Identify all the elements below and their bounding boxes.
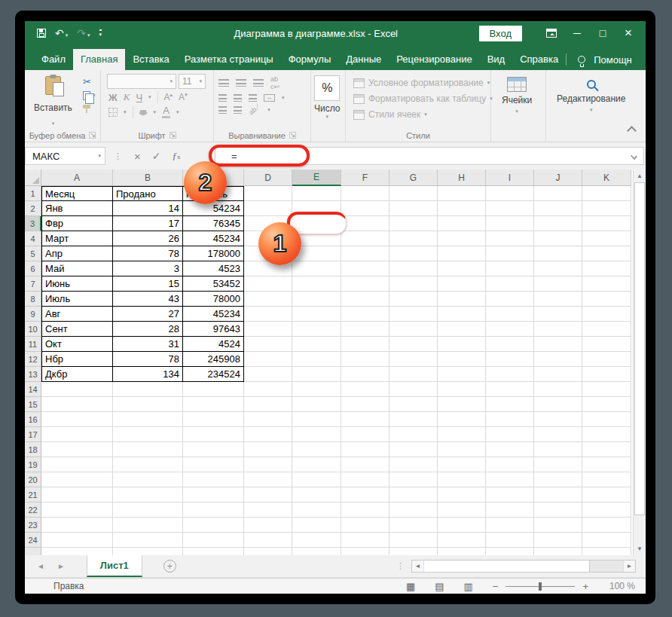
cell-H1[interactable] xyxy=(438,186,486,201)
cell-B1[interactable]: Продано xyxy=(113,186,183,201)
cell-K22[interactable] xyxy=(582,502,631,518)
cell-F23[interactable] xyxy=(341,518,389,533)
cell-D12[interactable] xyxy=(244,352,292,367)
cell-I17[interactable] xyxy=(486,427,534,442)
horizontal-scroll-track[interactable] xyxy=(590,560,623,572)
cell-G22[interactable] xyxy=(389,502,438,518)
cell-B11[interactable]: 31 xyxy=(113,337,183,352)
cell-B12[interactable]: 78 xyxy=(113,352,183,367)
vertical-scrollbar[interactable]: ▲ ▼ xyxy=(633,170,646,555)
cell-G7[interactable] xyxy=(389,276,438,292)
cell-I6[interactable] xyxy=(486,261,534,276)
cell-H11[interactable] xyxy=(438,337,486,352)
cell-A8[interactable]: Июль xyxy=(41,292,113,307)
cell-H13[interactable] xyxy=(438,367,486,382)
cell-F19[interactable] xyxy=(341,457,389,472)
close-button[interactable]: × xyxy=(615,23,641,43)
cell-K6[interactable] xyxy=(582,261,631,276)
cell-A2[interactable]: Янв xyxy=(41,201,113,216)
sheet-tab-list1[interactable]: Лист1 xyxy=(87,555,142,577)
row-header-8[interactable]: 8 xyxy=(25,292,41,307)
insert-function-icon[interactable]: ƒx xyxy=(173,150,181,162)
cell-A10[interactable]: Сент xyxy=(41,322,113,337)
cell-D21[interactable] xyxy=(244,487,292,502)
page-break-view-icon[interactable]: ▥ xyxy=(463,582,472,591)
expand-formula-bar-icon[interactable] xyxy=(631,153,637,160)
grow-font-button[interactable]: А▴ xyxy=(164,92,173,102)
cell-G13[interactable] xyxy=(389,367,438,382)
tab-Файл[interactable]: Файл xyxy=(34,49,73,70)
row-header-25[interactable] xyxy=(25,548,41,555)
cell-F5[interactable] xyxy=(341,246,389,261)
cell-G6[interactable] xyxy=(389,261,438,276)
row-header-16[interactable]: 16 xyxy=(25,412,41,427)
cell-A13[interactable]: Дкбр xyxy=(41,367,113,382)
cell-E7[interactable] xyxy=(292,276,341,292)
dialog-launcher-icon[interactable]: ↘ xyxy=(289,132,296,139)
scroll-down-icon[interactable]: ▼ xyxy=(634,542,646,555)
cell-J4[interactable] xyxy=(534,231,582,246)
chevron-down-icon[interactable]: ▾ xyxy=(148,94,151,100)
cell-E15[interactable] xyxy=(292,397,341,412)
cell-A20[interactable] xyxy=(41,472,113,487)
cell-H3[interactable] xyxy=(438,216,486,231)
cell-E12[interactable] xyxy=(292,352,341,367)
select-all-corner[interactable] xyxy=(25,170,41,186)
tab-Рецензирование[interactable]: Рецензирование xyxy=(389,49,479,70)
cell-C14[interactable] xyxy=(183,382,244,397)
cell-K16[interactable] xyxy=(582,412,631,427)
style-item-Стили ячеек[interactable]: Стили ячеек▾ xyxy=(353,109,493,120)
cell-E22[interactable] xyxy=(292,502,341,518)
cell-G14[interactable] xyxy=(389,382,438,397)
cell-H16[interactable] xyxy=(438,412,486,427)
row-header-11[interactable]: 11 xyxy=(25,337,41,352)
column-header-F[interactable]: F xyxy=(341,170,389,186)
row-header-2[interactable]: 2 xyxy=(25,201,41,216)
cell-J16[interactable] xyxy=(534,412,582,427)
cell-B7[interactable]: 15 xyxy=(113,276,183,292)
cell-H17[interactable] xyxy=(438,427,486,442)
cell-C12[interactable]: 245908 xyxy=(183,352,244,367)
align-left-icon[interactable] xyxy=(218,94,227,102)
cell-H2[interactable] xyxy=(438,201,486,216)
cell-B25[interactable] xyxy=(113,548,183,555)
cell-A6[interactable]: Май xyxy=(41,261,113,276)
cell-K24[interactable] xyxy=(582,533,631,548)
row-header-6[interactable]: 6 xyxy=(25,261,41,276)
cell-C18[interactable] xyxy=(183,442,244,457)
cell-I21[interactable] xyxy=(486,487,534,502)
cell-C10[interactable]: 97643 xyxy=(183,322,244,337)
cell-I3[interactable] xyxy=(486,216,534,231)
cut-icon[interactable]: ✂ xyxy=(83,77,96,87)
cancel-icon[interactable]: × xyxy=(134,150,141,163)
maximize-button[interactable]: □ xyxy=(590,23,615,43)
cell-E14[interactable] xyxy=(292,382,341,397)
cell-H22[interactable] xyxy=(438,502,486,518)
cell-C22[interactable] xyxy=(183,502,244,518)
cell-J10[interactable] xyxy=(534,322,582,337)
cell-C21[interactable] xyxy=(183,487,244,502)
cell-I19[interactable] xyxy=(486,457,534,472)
cell-A9[interactable]: Авг xyxy=(41,307,113,322)
cell-A4[interactable]: Март xyxy=(41,231,113,246)
cell-F21[interactable] xyxy=(341,487,389,502)
row-header-22[interactable]: 22 xyxy=(25,502,41,518)
cell-B3[interactable]: 17 xyxy=(113,216,183,231)
cell-A16[interactable] xyxy=(41,412,113,427)
align-center-icon[interactable] xyxy=(234,94,242,102)
cell-B9[interactable]: 27 xyxy=(113,307,183,322)
percent-style-button[interactable]: % Число ▾ xyxy=(314,72,341,129)
cell-B20[interactable] xyxy=(113,472,183,487)
cell-G8[interactable] xyxy=(389,292,438,307)
cell-I24[interactable] xyxy=(486,533,534,548)
cell-J18[interactable] xyxy=(534,442,582,457)
cell-C17[interactable] xyxy=(183,427,244,442)
cell-D23[interactable] xyxy=(244,518,292,533)
cell-G5[interactable] xyxy=(389,246,438,261)
tab-Данные[interactable]: Данные xyxy=(338,49,389,70)
cell-G2[interactable] xyxy=(389,201,438,216)
cell-D11[interactable] xyxy=(244,337,292,352)
cell-D7[interactable] xyxy=(244,276,292,292)
column-header-I[interactable]: I xyxy=(486,170,534,186)
cell-B24[interactable] xyxy=(113,533,183,548)
